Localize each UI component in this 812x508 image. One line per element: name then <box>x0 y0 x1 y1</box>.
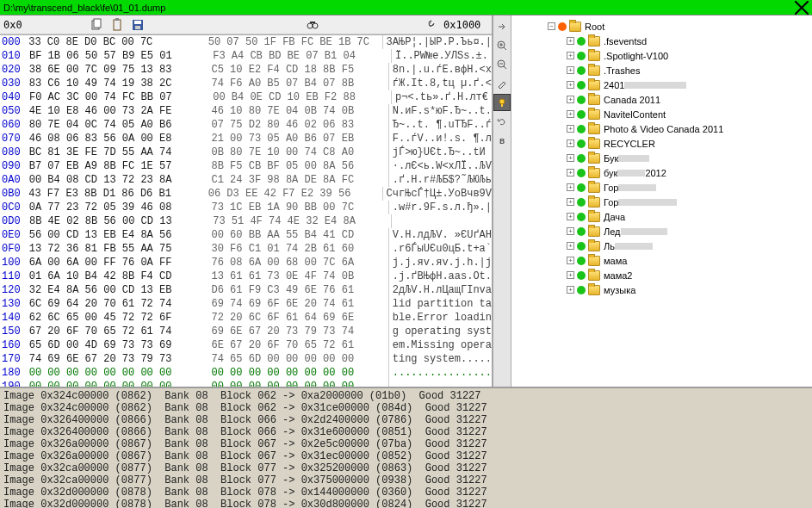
hex-offset: 100 <box>0 256 29 269</box>
wrench-icon[interactable] <box>422 17 437 33</box>
tree-item[interactable]: музыка <box>513 282 810 297</box>
tree-panel[interactable]: Root.fseventsd.Spotlight-V100.Trashes240… <box>511 15 812 387</box>
tree-root-label: Root <box>585 22 604 32</box>
tree-item[interactable]: мама <box>513 253 810 268</box>
hex-offset: 120 <box>0 283 29 297</box>
zoom-out-icon[interactable] <box>493 56 511 73</box>
titlebar[interactable]: D:\my\transcend_black\fe\01_01.dump <box>0 0 812 15</box>
tree-toggle-icon[interactable] <box>567 183 574 191</box>
status-dot-icon <box>577 96 586 104</box>
status-dot-icon <box>577 286 586 294</box>
hex-offset: 180 <box>0 366 29 380</box>
close-icon[interactable] <box>795 2 809 14</box>
hex-bytes-right: 8B F5 CB BF 05 00 8A 56 <box>205 159 387 173</box>
log-panel[interactable]: Image 0x324c00000 (0862) Bank 08 Block 0… <box>0 387 812 508</box>
svg-rect-7 <box>134 21 141 24</box>
tree-toggle-icon[interactable] <box>567 271 574 279</box>
folder-icon <box>588 256 600 266</box>
hex-row: 03083 C6 10 49 74 19 38 2C 74 F6 A0 B5 0… <box>0 77 492 90</box>
tree-item[interactable]: Лед <box>513 224 810 239</box>
tree-toggle-icon[interactable] <box>567 242 574 250</box>
tree-item[interactable]: .fseventsd <box>513 34 810 48</box>
hex-offset: 0A0 <box>0 173 29 187</box>
hex-offset: 070 <box>0 132 29 146</box>
tree-toggle-icon[interactable] <box>567 110 574 118</box>
tree-item[interactable]: мама2 <box>513 268 810 282</box>
copy-icon[interactable] <box>89 17 104 33</box>
hex-row: 010BF 1B 06 50 57 B9 E5 01 F3 A4 CB BD B… <box>0 49 492 63</box>
svg-rect-5 <box>115 18 119 21</box>
hex-offset: 170 <box>0 352 29 366</box>
status-dot-icon <box>577 242 586 251</box>
tree-item-label: Гор <box>604 183 618 193</box>
tree-item-label: мама <box>604 256 627 266</box>
hex-bytes-left: 46 08 06 83 56 0A 00 E8 <box>29 132 206 146</box>
hex-row: 16065 6D 00 4D 69 73 73 69 6E 67 20 6F 7… <box>0 338 492 352</box>
tree-toggle-icon[interactable] <box>567 286 574 294</box>
tree-item-suffix: 2012 <box>645 168 666 178</box>
bulb-icon[interactable] <box>493 94 511 111</box>
tree-toggle-icon[interactable] <box>567 227 574 235</box>
hex-bytes-right: 00 B4 0E CD 10 EB F2 88 <box>207 90 391 104</box>
tree-item[interactable]: Ль <box>513 239 810 253</box>
hex-ascii: ѓЖ.It.8,tц µ.ґ.< <box>388 77 492 90</box>
tree-item[interactable]: Гор <box>513 180 810 195</box>
refresh-icon[interactable] <box>493 113 511 130</box>
folder-icon <box>588 124 600 134</box>
offset-left: 0x0 <box>0 19 86 31</box>
tree-toggle-icon[interactable] <box>548 22 555 30</box>
tree-toggle-icon[interactable] <box>567 81 574 89</box>
tree-item[interactable]: NavitelContent <box>513 107 810 121</box>
tree-item[interactable]: .Spotlight-V100 <box>513 48 810 63</box>
folder-icon <box>588 65 600 76</box>
letter-b-icon[interactable]: в <box>493 132 511 149</box>
side-toolbar: в <box>493 15 511 387</box>
binoculars-icon[interactable] <box>305 17 320 33</box>
hex-view[interactable]: 00033 C0 8E D0 BC 00 7C 50 07 50 1F FB F… <box>0 34 492 387</box>
paste-icon[interactable] <box>109 17 125 33</box>
zoom-in-icon[interactable] <box>493 37 511 54</box>
goto-icon[interactable] <box>493 18 511 35</box>
tree-item[interactable]: Photo & Video Canada 2011 <box>513 121 810 136</box>
tree-item[interactable]: бук2012 <box>513 165 810 180</box>
hex-offset: 000 <box>0 35 28 49</box>
tree-toggle-icon[interactable] <box>567 198 574 206</box>
tree-toggle-icon[interactable] <box>567 257 574 264</box>
tree-toggle-icon[interactable] <box>567 37 574 45</box>
status-dot-icon <box>577 37 586 46</box>
tree-item[interactable]: Дача <box>513 209 810 224</box>
svg-line-13 <box>504 47 506 50</box>
tree-toggle-icon[interactable] <box>567 52 574 59</box>
tree-toggle-icon[interactable] <box>567 125 574 133</box>
tree-toggle-icon[interactable] <box>567 66 574 74</box>
hex-ascii: р¬<.tь».ґ.Н.лт€ <box>391 90 488 104</box>
tree-toggle-icon[interactable] <box>567 213 574 220</box>
tree-toggle-icon[interactable] <box>567 139 574 147</box>
hex-bytes-right: 72 20 6C 6F 61 64 69 6E <box>205 311 387 325</box>
hex-row: 0E056 00 CD 13 EB E4 8A 56 00 60 BB AA 5… <box>0 228 492 242</box>
tree-toggle-icon[interactable] <box>567 169 574 177</box>
hex-row: 02038 6E 00 7C 09 75 13 83 C5 10 E2 F4 C… <box>0 63 492 77</box>
tree-root[interactable]: Root <box>513 19 810 34</box>
tree-item[interactable]: 2401 <box>513 77 810 92</box>
folder-icon <box>588 95 600 105</box>
tree-item[interactable]: Гор <box>513 195 810 209</box>
hex-row: 090B7 07 EB A9 8B FC 1E 57 8B F5 CB BF 0… <box>0 159 492 173</box>
hex-row: 040F0 AC 3C 00 74 FC BB 07 00 B4 0E CD 1… <box>0 90 492 104</box>
tree-item[interactable]: Бук <box>513 151 810 165</box>
tree-toggle-icon[interactable] <box>567 154 574 162</box>
tree-item[interactable]: .Trashes <box>513 63 810 77</box>
tree-toggle-icon[interactable] <box>567 96 574 103</box>
hex-bytes-left: 01 6A 10 B4 42 8B F4 CD <box>29 269 206 283</box>
folder-icon <box>588 168 600 178</box>
svg-rect-8 <box>135 26 140 29</box>
eyedropper-icon[interactable] <box>493 75 511 92</box>
hex-ascii: 2дЉV.Н.лЦaщГInva <box>388 283 492 297</box>
tree-item[interactable]: RECYCLER <box>513 136 810 151</box>
tree-item-label: Дача <box>604 212 625 222</box>
tree-item-label: музыка <box>604 285 635 295</box>
hex-bytes-left: 00 B4 08 CD 13 72 23 8A <box>29 173 206 187</box>
status-dot-icon <box>577 52 586 60</box>
tree-item[interactable]: Canada 2011 <box>513 92 810 107</box>
save-icon[interactable] <box>130 17 146 33</box>
